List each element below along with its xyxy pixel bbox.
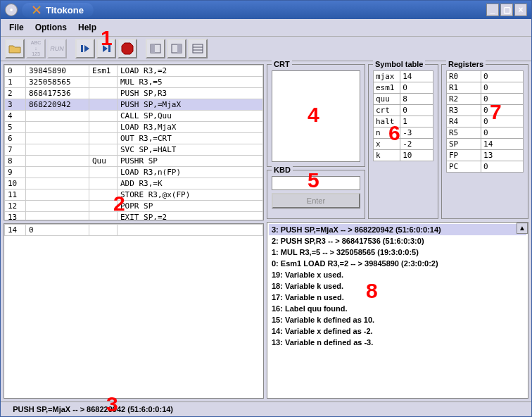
register-row: R50	[447, 127, 524, 139]
symbol-row: mjax14	[374, 71, 433, 82]
code-row[interactable]: 9LOAD R3,n(FP)	[5, 167, 263, 178]
crt-panel: CRT 4	[267, 64, 365, 167]
register-row: R30	[447, 105, 524, 116]
memory-row[interactable]: 140	[5, 225, 263, 236]
open-button[interactable]	[5, 39, 25, 58]
view3-button[interactable]	[188, 39, 208, 58]
annotation-5: 5	[308, 168, 319, 192]
symbol-table-panel: Symbol table mjax14esm10quu8crt0halt1n-3…	[368, 64, 438, 219]
registers-panel: Registers R00R10R20R30R40R50SP14FP13PC0 …	[441, 64, 528, 219]
symbol-row: crt0	[374, 105, 433, 116]
code-row[interactable]: 11STORE R3,@x(FP)	[5, 189, 263, 201]
step-button[interactable]: 1	[96, 39, 116, 58]
code-row[interactable]: 5LOAD R3,MjaX	[5, 122, 263, 133]
svg-rect-6	[151, 44, 155, 53]
code-row[interactable]: 4CALL SP,Quu	[5, 111, 263, 122]
crt-screen: 4	[272, 70, 360, 162]
log-line: 19: Variable x used.	[269, 269, 526, 280]
log-line: 1: MUL R3,=5 -- > 325058565 (19:3:0:0:5)	[269, 247, 526, 258]
code-row[interactable]: 12POPR SP	[5, 201, 263, 212]
svg-marker-4	[122, 43, 133, 54]
log-line: 13: Variable n defined as -3.	[269, 337, 526, 348]
symbol-row: k10	[374, 150, 433, 161]
log-line: 3: PUSH SP,=MjaX -- > 868220942 (51:6:0:…	[269, 224, 526, 235]
register-row: R00	[447, 71, 524, 82]
scroll-up-icon[interactable]: ▲	[517, 223, 528, 234]
symbol-row: quu8	[374, 94, 433, 105]
symbol-row: esm10	[374, 82, 433, 94]
minimize-button[interactable]: _	[486, 4, 499, 16]
symbol-table-title: Symbol table	[373, 60, 425, 68]
menu-options[interactable]: Options	[31, 20, 71, 35]
register-row: R10	[447, 82, 524, 94]
symbol-row: n-3	[374, 127, 433, 139]
window-title: Titokone	[46, 5, 84, 15]
memory-area[interactable]: 140	[4, 223, 264, 399]
log-line: 18: Variable k used.	[269, 280, 526, 292]
statusbar: PUSH SP,=MjaX -- > 868220942 (51:6:0:0:1…	[1, 402, 531, 416]
code-area[interactable]: 039845890Esm1LOAD R3,=21325058565MUL R3,…	[4, 64, 264, 220]
log-line: 16: Label quu found.	[269, 303, 526, 314]
code-row[interactable]: 10ADD R3,=K	[5, 178, 263, 189]
view1-button[interactable]	[146, 39, 165, 58]
kbd-input[interactable]: 5	[272, 176, 360, 190]
window-close-left[interactable]: •	[5, 4, 18, 16]
title-pill: Titokone	[22, 3, 94, 18]
log-line: 2: PUSH SP,R3 -- > 868417536 (51:6:0:3:0…	[269, 235, 526, 247]
status-text: PUSH SP,=MjaX -- > 868220942 (51:6:0:0:1…	[13, 405, 173, 413]
titlebar: • Titokone _ ▢ ×	[1, 1, 531, 19]
log-area[interactable]: 3: PUSH SP,=MjaX -- > 868220942 (51:6:0:…	[267, 222, 528, 399]
svg-rect-2	[81, 45, 83, 52]
log-line: 17: Variable n used.	[269, 292, 526, 303]
code-row[interactable]: 3868220942PUSH SP,=MjaX	[5, 99, 263, 111]
run-button[interactable]: RUN	[47, 39, 67, 58]
toolbar: ABC↓123 RUN 1	[1, 37, 531, 61]
view2-button[interactable]	[167, 39, 186, 58]
register-row: R40	[447, 116, 524, 127]
register-row: FP13	[447, 150, 524, 161]
code-row[interactable]: 2868417536PUSH SP,R3	[5, 88, 263, 99]
menu-help[interactable]: Help	[74, 20, 101, 35]
code-row[interactable]: 6OUT R3,=CRT	[5, 133, 263, 144]
code-row[interactable]: 13EXIT SP,=2	[5, 212, 263, 221]
register-row: SP14	[447, 139, 524, 150]
kbd-enter-button[interactable]: Enter	[272, 193, 360, 208]
compile-button[interactable]: ABC↓123	[26, 39, 46, 58]
log-line: 14: Variable x defined as -2.	[269, 325, 526, 337]
stop-button[interactable]	[118, 39, 137, 58]
symbol-row: halt1	[374, 116, 433, 127]
symbol-row: x-2	[374, 139, 433, 150]
annotation-4: 4	[308, 103, 319, 127]
code-row[interactable]: 7SVC SP,=HALT	[5, 144, 263, 156]
svg-rect-9	[193, 44, 203, 53]
code-row[interactable]: 039845890Esm1LOAD R3,=2	[5, 66, 263, 77]
registers-title: Registers	[446, 60, 486, 68]
menubar: File Options Help	[1, 19, 531, 37]
log-line: 0: Esm1 LOAD R3,=2 -- > 39845890 (2:3:0:…	[269, 258, 526, 269]
svg-rect-8	[177, 44, 182, 53]
maximize-button[interactable]: ▢	[500, 4, 513, 16]
close-button[interactable]: ×	[514, 4, 527, 16]
register-row: PC0	[447, 161, 524, 173]
code-row[interactable]: 8QuuPUSHR SP	[5, 156, 263, 167]
menu-file[interactable]: File	[5, 20, 28, 35]
code-row[interactable]: 1325058565MUL R3,=5	[5, 77, 263, 88]
register-row: R20	[447, 94, 524, 105]
kbd-panel: KBD 5 Enter	[267, 170, 365, 219]
app-icon	[32, 5, 42, 15]
play-button[interactable]	[75, 39, 95, 58]
crt-title: CRT	[272, 60, 292, 68]
log-line: 15: Variable k defined as 10.	[269, 314, 526, 325]
kbd-title: KBD	[272, 166, 293, 174]
svg-rect-3	[108, 45, 110, 52]
